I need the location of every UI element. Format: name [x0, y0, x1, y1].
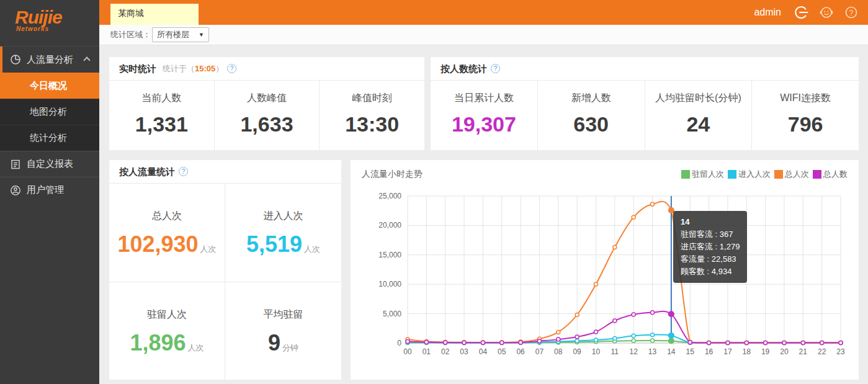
help-circle-icon[interactable]: ? [179, 167, 188, 176]
svg-text:00: 00 [403, 347, 412, 356]
people-count-stats-row: 当日累计人数 19,307 新增人数 630 人均驻留时长(分钟) 24 WIF… [431, 81, 859, 150]
stat-entry-visits: 进入人次 5,519人次 [225, 184, 341, 282]
sidebar-item-label: 人流量分析 [27, 54, 73, 66]
svg-text:10,000: 10,000 [378, 280, 401, 288]
legend-swatch-green [681, 170, 690, 179]
ruijie-logo: Ruijie Networks [0, 0, 99, 47]
stat-wifi-connections: WIFI连接数 796 [752, 81, 859, 150]
chevron-down-icon: ▼ [199, 32, 204, 38]
svg-text:12: 12 [629, 347, 638, 356]
sidebar-item-custom-report[interactable]: 自定义报表 [0, 151, 99, 177]
user-icon [10, 185, 21, 196]
area-select-value: 所有楼层 [157, 29, 189, 40]
customer-service-icon[interactable] [818, 4, 834, 20]
svg-text:15: 15 [686, 347, 695, 356]
sidebar-item-user-management[interactable]: 用户管理 [0, 177, 99, 203]
svg-text:07: 07 [535, 347, 544, 356]
svg-text:10: 10 [592, 347, 601, 356]
sidebar-item-traffic-analysis[interactable]: 人流量分析 [0, 47, 99, 73]
stat-daily-total: 当日累计人数 19,307 [431, 81, 538, 150]
logout-icon[interactable] [794, 4, 810, 20]
sidebar-item-statistics-analysis[interactable]: 统计分析 [0, 125, 99, 151]
svg-text:03: 03 [460, 347, 468, 356]
realtime-card-header: 实时统计 统计于（15:05） ? [109, 57, 424, 81]
stat-avg-stay: 人均驻留时长(分钟) 24 [645, 81, 753, 150]
svg-text:16: 16 [705, 347, 714, 356]
topbar-right-cluster: admin ? [754, 0, 859, 25]
svg-text:01: 01 [423, 347, 431, 356]
svg-text:02: 02 [441, 347, 450, 356]
svg-text:?: ? [849, 9, 854, 17]
svg-text:17: 17 [723, 347, 732, 356]
help-icon[interactable]: ? [843, 4, 859, 20]
sidebar-item-label: 今日概况 [30, 80, 67, 92]
svg-text:15,000: 15,000 [378, 251, 401, 259]
help-circle-icon[interactable]: ? [227, 64, 236, 73]
sidebar-item-label: 自定义报表 [27, 158, 73, 170]
stat-peak-people: 人数峰值 1,633 [215, 81, 320, 150]
svg-text:14: 14 [667, 347, 676, 356]
area-select-dropdown[interactable]: 所有楼层 ▼ [152, 27, 209, 42]
logo-brand-text: Ruijie [15, 7, 99, 27]
stat-current-people: 当前人数 1,331 [109, 81, 215, 150]
sidebar-item-label: 统计分析 [30, 132, 67, 144]
people-count-card: 按人数统计 ? 当日累计人数 19,307 新增人数 630 人均驻留时长(分钟… [431, 57, 859, 150]
chart-plot-area[interactable]: 05,00010,00015,00020,00025,0000001020304… [351, 180, 859, 375]
legend-item-entry[interactable]: 进入人次 [728, 169, 771, 180]
legend-swatch-magenta [813, 170, 821, 179]
flow-count-card: 按人流量统计 ? 总人次 102,930人次 进入人次 5,519人次 驻留人次… [109, 160, 341, 380]
sidebar-item-label: 地图分析 [30, 106, 67, 118]
flow-stats-grid: 总人次 102,930人次 进入人次 5,519人次 驻留人次 1,896人次 … [109, 184, 341, 380]
svg-text:21: 21 [799, 347, 808, 356]
traffic-chart-svg: 05,00010,00015,00020,00025,0000001020304… [351, 180, 859, 372]
legend-item-total-people[interactable]: 总人数 [813, 169, 848, 180]
hourly-trend-chart-card: 人流量小时走势 驻留人次 进入人次 总人次 总人数 05,00010,00015… [351, 160, 859, 380]
legend-item-stay[interactable]: 驻留人次 [681, 169, 724, 180]
stat-peak-time: 峰值时刻 13:30 [320, 81, 424, 150]
svg-text:08: 08 [554, 347, 563, 356]
realtime-stats-row: 当前人数 1,331 人数峰值 1,633 峰值时刻 13:30 [109, 81, 424, 150]
stat-avg-stay-minutes: 平均驻留 9分钟 [225, 282, 341, 380]
svg-text:5,000: 5,000 [383, 310, 401, 318]
shop-tab[interactable]: 某商城 [110, 4, 199, 25]
svg-text:22: 22 [818, 347, 826, 356]
realtime-stats-card: 实时统计 统计于（15:05） ? 当前人数 1,331 人数峰值 1,633 … [109, 57, 424, 150]
svg-text:20,000: 20,000 [378, 221, 401, 230]
pie-chart-icon [10, 54, 21, 65]
card-title: 按人数统计 [441, 57, 487, 81]
sidebar-item-map-analysis[interactable]: 地图分析 [0, 99, 99, 125]
svg-text:23: 23 [836, 347, 845, 356]
svg-text:18: 18 [743, 347, 751, 356]
legend-item-total-visits[interactable]: 总人次 [774, 169, 809, 180]
svg-text:19: 19 [761, 347, 770, 356]
sidebar: Ruijie Networks 人流量分析 今日概况 地图分析 统计分析 自定义… [0, 0, 99, 384]
realtime-subtitle: 统计于（15:05） [163, 57, 223, 81]
svg-text:13: 13 [648, 347, 657, 356]
stat-stay-visits: 驻留人次 1,896人次 [109, 282, 225, 380]
chart-legend: 驻留人次 进入人次 总人次 总人数 [681, 169, 848, 180]
chart-title: 人流量小时走势 [362, 169, 423, 180]
people-count-header: 按人数统计 ? [431, 57, 859, 81]
stat-total-visits: 总人次 102,930人次 [109, 184, 225, 282]
report-icon [10, 159, 21, 170]
topbar: 某商城 admin ? [99, 0, 868, 25]
realtime-time: 15:05 [195, 64, 215, 73]
svg-text:05: 05 [498, 347, 506, 356]
card-title: 实时统计 [119, 57, 156, 81]
card-title: 按人流量统计 [119, 160, 175, 184]
svg-text:06: 06 [516, 347, 525, 356]
svg-text:11: 11 [611, 347, 619, 356]
chevron-up-icon [83, 56, 90, 63]
svg-text:09: 09 [573, 347, 581, 356]
legend-swatch-cyan [728, 170, 736, 179]
legend-swatch-orange [774, 170, 783, 179]
filter-bar: 统计区域： 所有楼层 ▼ [99, 25, 868, 45]
sidebar-item-today-overview[interactable]: 今日概况 [0, 73, 99, 99]
sidebar-item-label: 用户管理 [27, 184, 64, 196]
chart-header: 人流量小时走势 驻留人次 进入人次 总人次 总人数 [351, 160, 859, 180]
svg-text:04: 04 [479, 347, 488, 356]
help-circle-icon[interactable]: ? [491, 64, 500, 73]
admin-user-label[interactable]: admin [754, 7, 781, 18]
svg-text:20: 20 [780, 347, 789, 356]
area-filter-label: 统计区域： [110, 29, 151, 40]
